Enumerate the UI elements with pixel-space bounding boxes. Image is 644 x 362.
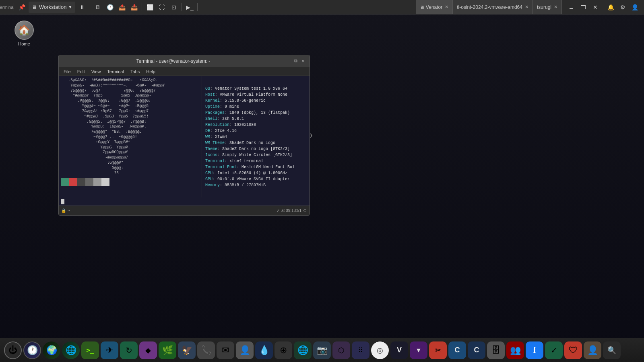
sysinfo-memory: Memory: 853MiB / 27897MiB [205, 182, 306, 188]
sysinfo-host: Host: VMware Virtual Platform None [205, 92, 306, 98]
statusbar-left: 🔒 ~ [61, 208, 70, 213]
receive-icon[interactable]: 📥 [128, 1, 140, 13]
taskbar-scissors-icon[interactable]: ✂ [429, 341, 447, 359]
tab-venator-close[interactable]: ✕ [445, 4, 448, 10]
window-icon[interactable]: ⬜ [144, 1, 156, 13]
console-icon[interactable]: ▶_ [184, 1, 196, 13]
menu-view[interactable]: View [88, 67, 104, 76]
terminal-minimize[interactable]: − [285, 58, 292, 64]
terminal-menubar: File Edit View Terminal Tabs Help [59, 67, 310, 76]
desktop: 🏠 Home Terminal - user@venator-system:~ … [0, 14, 644, 338]
sysinfo-cpu: CPU: Intel i5-8265U (4) @ 1.800GHz [205, 170, 306, 176]
taskbar-power-icon[interactable]: ⏻ [4, 341, 22, 359]
toolbar-separator-3 [142, 3, 142, 11]
sysinfo-icons: Icons: Simply-White-Circles [GTK2/3] [205, 152, 306, 158]
workstation-dropdown[interactable]: 🖥 Workstation ▼ [29, 2, 75, 13]
color-block-2 [69, 178, 77, 186]
taskbar: ⏻ 🕐 🌍 🌐 >_ ✈ ↻ ◆ 🌿 🦅 📞 ✉ 👤 💧 ⊕ 🌐 📷 ⬡ ⠿ ◎… [0, 338, 644, 362]
toolbar-separator-1 [14, 3, 14, 11]
min-window-icon[interactable]: 🗕 [565, 1, 577, 13]
taskbar-terminal-icon[interactable]: >_ [81, 341, 99, 359]
taskbar-refresh-icon[interactable]: ↻ [120, 341, 138, 359]
tab-tsurugi[interactable]: tsurugi ✕ [533, 0, 562, 14]
tab-tsurugi-close[interactable]: ✕ [554, 4, 557, 10]
pause-button[interactable]: ⏸ [76, 1, 88, 13]
taskbar-facebook-icon[interactable]: f [526, 341, 543, 359]
pin-icon[interactable]: 📌 [16, 1, 28, 13]
monitor-icon[interactable]: 🖥 [92, 1, 104, 13]
max-window-icon[interactable]: 🗖 [577, 1, 589, 13]
color-block-3 [77, 178, 85, 186]
taskbar-leaf-icon[interactable]: 🌿 [159, 341, 176, 359]
taskbar-dots-icon[interactable]: ⠿ [352, 341, 369, 359]
taskbar-bird-icon[interactable]: 🦅 [178, 341, 196, 359]
taskbar-c-icon[interactable]: C [448, 341, 466, 359]
taskbar-check-icon[interactable]: ✓ [545, 341, 563, 359]
tab-venator[interactable]: 🖥 Venator ✕ [416, 0, 453, 14]
taskbar-v-icon[interactable]: V [390, 341, 408, 359]
terminal-split: .5@&&&G: !#&##B##########G~ :G&&&@P. Y@@… [59, 76, 310, 197]
send-icon[interactable]: 📤 [116, 1, 128, 13]
menu-tabs[interactable]: Tabs [127, 67, 143, 76]
menu-help[interactable]: Help [143, 67, 159, 76]
taskbar-fingerprint-icon[interactable]: ⬡ [332, 341, 350, 359]
color-block-1 [61, 178, 69, 186]
color-block-6 [101, 178, 109, 186]
terminal-restore[interactable]: ⧉ [293, 58, 299, 64]
settings-icon[interactable]: ⚙ [617, 1, 629, 13]
top-toolbar: Terminal 📌 🖥 Workstation ▼ ⏸ 🖥 🕐 📤 📥 ⬜ ⛶… [0, 0, 644, 14]
taskbar-search-icon[interactable]: 🔍 [603, 341, 621, 359]
taskbar-camera-icon[interactable]: 📷 [313, 341, 331, 359]
taskbar-mail-icon[interactable]: ✉ [217, 341, 234, 359]
taskbar-compass-icon[interactable]: ⊕ [275, 341, 292, 359]
taskbar-multiuser-icon[interactable]: 👥 [506, 341, 524, 359]
terminal-title: Terminal - user@venator-system:~ [62, 58, 285, 64]
fullscreen-icon[interactable]: ⛶ [156, 1, 168, 13]
terminal-tab-icon[interactable]: Terminal [0, 1, 12, 13]
menu-edit[interactable]: Edit [74, 67, 88, 76]
sysinfo-wm: WM: Xfwm4 [205, 134, 306, 140]
terminal-close[interactable]: ✕ [300, 58, 306, 64]
taskbar-shield-icon[interactable]: 🛡 [564, 341, 582, 359]
toolbar-separator-5 [197, 3, 198, 11]
menu-terminal[interactable]: Terminal [104, 67, 127, 76]
color-blocks [61, 178, 199, 186]
ascii-art-content: .5@&&&G: !#&##B##########G~ :G&&&@P. Y@@… [61, 78, 199, 175]
menu-file[interactable]: File [60, 67, 74, 76]
taskbar-package-icon[interactable]: ◆ [139, 341, 157, 359]
terminal-cursor [61, 199, 64, 204]
home-icon[interactable]: 🏠 Home [12, 21, 36, 46]
sysinfo-kernel: Kernel: 5.15.0-56-generic [205, 98, 306, 104]
taskbar-globe-dark-icon[interactable]: 🌍 [43, 341, 60, 359]
taskbar-world-icon[interactable]: 🌐 [62, 341, 80, 359]
tab-tl-osint[interactable]: tl-osint-2024.2-vmware-amd64 ✕ [453, 0, 533, 14]
history-icon[interactable]: 🕐 [104, 1, 116, 13]
taskbar-clock-icon[interactable]: 🕐 [23, 341, 41, 359]
terminal-window: Terminal - user@venator-system:~ − ⧉ ✕ F… [58, 55, 310, 216]
taskbar-portrait-icon[interactable]: 👤 [584, 341, 601, 359]
toolbar-separator-4 [182, 3, 182, 11]
tab-tl-osint-close[interactable]: ✕ [525, 4, 528, 10]
sysinfo-de: DE: Xfce 4.16 [205, 128, 306, 134]
statusbar-time: at 09:13:51 [281, 208, 301, 213]
user-icon[interactable]: 👤 [629, 1, 641, 13]
statusbar-check-icon: ✓ [277, 208, 280, 213]
taskbar-triangle-icon[interactable]: ▼ [410, 341, 427, 359]
taskbar-telegram-icon[interactable]: ✈ [101, 341, 118, 359]
bell-icon[interactable]: 🔔 [605, 1, 617, 13]
taskbar-globe2-icon[interactable]: 🌐 [294, 341, 312, 359]
close-window-icon[interactable]: ✕ [589, 1, 601, 13]
fit-icon[interactable]: ⊡ [168, 1, 180, 13]
color-block-5 [93, 178, 101, 186]
toolbar-right: 🗕 🗖 ✕ 🔔 ⚙ 👤 [562, 1, 644, 13]
terminal-input-area[interactable] [59, 197, 310, 206]
taskbar-c2-icon[interactable]: C [468, 341, 485, 359]
taskbar-drop-icon[interactable]: 💧 [255, 341, 273, 359]
taskbar-person-icon[interactable]: 👤 [236, 341, 254, 359]
taskbar-phone-icon[interactable]: 📞 [197, 341, 215, 359]
taskbar-chrome-icon[interactable]: ◎ [371, 341, 389, 359]
terminal-titlebar: Terminal - user@venator-system:~ − ⧉ ✕ [59, 55, 310, 67]
scroll-indicator[interactable]: ❯ [308, 129, 314, 141]
taskbar-db-icon[interactable]: 🗄 [487, 341, 505, 359]
sysinfo-uptime: Uptime: 9 mins [205, 104, 306, 110]
